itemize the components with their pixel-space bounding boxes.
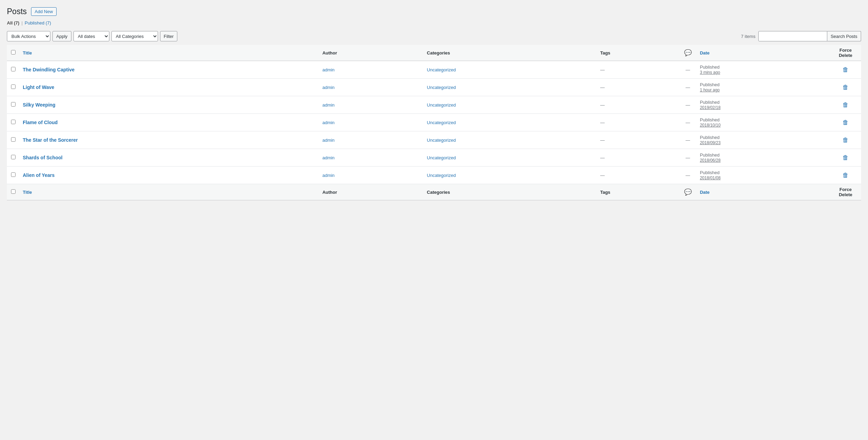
table-row: The Star of the Sorcerer admin Uncategor… bbox=[7, 131, 861, 149]
post-author-link-0[interactable]: admin bbox=[322, 67, 334, 72]
subsubsub: All (7) | Published (7) bbox=[7, 20, 861, 26]
row-checkbox-4[interactable] bbox=[11, 137, 16, 142]
row-date-cell: Published 2018/01/08 bbox=[697, 167, 830, 184]
row-comments-value-1: — bbox=[685, 85, 690, 90]
row-date-value-6: 2018/01/08 bbox=[700, 176, 721, 180]
col-footer-categories: Categories bbox=[423, 184, 596, 200]
post-author-link-6[interactable]: admin bbox=[322, 173, 334, 178]
post-category-link-4[interactable]: Uncategorized bbox=[427, 138, 456, 143]
trash-icon-6[interactable]: 🗑 bbox=[842, 172, 849, 179]
row-author-cell: admin bbox=[319, 167, 423, 184]
row-checkbox-2[interactable] bbox=[11, 102, 16, 107]
row-checkbox-3[interactable] bbox=[11, 120, 16, 124]
col-header-date[interactable]: Date bbox=[697, 45, 830, 61]
post-category-link-0[interactable]: Uncategorized bbox=[427, 67, 456, 72]
post-category-link-2[interactable]: Uncategorized bbox=[427, 102, 456, 108]
col-footer-title[interactable]: Title bbox=[19, 184, 319, 200]
post-title-link-2[interactable]: Silky Weeping bbox=[23, 102, 56, 108]
post-title-link-0[interactable]: The Dwindling Captive bbox=[23, 67, 75, 72]
post-author-link-2[interactable]: admin bbox=[322, 102, 334, 108]
post-title-link-4[interactable]: The Star of the Sorcerer bbox=[23, 137, 78, 143]
trash-icon-2[interactable]: 🗑 bbox=[842, 101, 849, 108]
row-comments-cell: — bbox=[679, 114, 697, 131]
row-date-cell: Published 2019/02/18 bbox=[697, 96, 830, 114]
row-categories-cell: Uncategorized bbox=[423, 167, 596, 184]
post-author-link-5[interactable]: admin bbox=[322, 155, 334, 160]
trash-icon-5[interactable]: 🗑 bbox=[842, 154, 849, 161]
row-title-cell: Light of Wave bbox=[19, 79, 319, 96]
search-area: Search Posts bbox=[758, 31, 861, 41]
row-categories-cell: Uncategorized bbox=[423, 79, 596, 96]
col-footer-author: Author bbox=[319, 184, 423, 200]
trash-icon-1[interactable]: 🗑 bbox=[842, 84, 849, 91]
trash-icon-4[interactable]: 🗑 bbox=[842, 137, 849, 143]
row-checkbox-5[interactable] bbox=[11, 155, 16, 159]
post-title-link-3[interactable]: Flame of Cloud bbox=[23, 120, 58, 125]
row-checkbox-0[interactable] bbox=[11, 67, 16, 71]
post-title-link-6[interactable]: Alien of Years bbox=[23, 172, 55, 178]
trash-icon-3[interactable]: 🗑 bbox=[842, 119, 849, 126]
row-date-value-0: 3 mins ago bbox=[700, 70, 720, 75]
row-comments-value-4: — bbox=[685, 138, 690, 143]
post-author-link-3[interactable]: admin bbox=[322, 120, 334, 125]
row-date-status-3: Published bbox=[700, 117, 720, 122]
row-author-cell: admin bbox=[319, 131, 423, 149]
row-comments-cell: — bbox=[679, 131, 697, 149]
search-posts-button[interactable]: Search Posts bbox=[827, 31, 861, 41]
col-header-tags: Tags bbox=[597, 45, 679, 61]
add-new-button[interactable]: Add New bbox=[31, 7, 57, 16]
top-toolbar: Bulk Actions Apply All dates All Categor… bbox=[7, 29, 861, 43]
post-author-link-1[interactable]: admin bbox=[322, 85, 334, 90]
categories-select[interactable]: All Categories bbox=[111, 31, 158, 41]
post-author-link-4[interactable]: admin bbox=[322, 138, 334, 143]
row-checkbox-cell bbox=[7, 149, 19, 167]
row-date-value-2: 2019/02/18 bbox=[700, 105, 721, 110]
filter-button[interactable]: Filter bbox=[160, 31, 178, 41]
row-categories-cell: Uncategorized bbox=[423, 149, 596, 167]
separator: | bbox=[21, 20, 22, 26]
row-checkbox-1[interactable] bbox=[11, 84, 16, 89]
col-header-force-delete: Force Delete bbox=[830, 45, 861, 61]
comment-icon-footer: 💬 bbox=[684, 189, 692, 196]
post-category-link-1[interactable]: Uncategorized bbox=[427, 85, 456, 90]
row-comments-cell: — bbox=[679, 79, 697, 96]
filter-all-link[interactable]: All (7) bbox=[7, 20, 19, 26]
post-category-link-6[interactable]: Uncategorized bbox=[427, 173, 456, 178]
table-row: Shards of School admin Uncategorized — —… bbox=[7, 149, 861, 167]
row-checkbox-cell bbox=[7, 131, 19, 149]
posts-table: Title Author Categories Tags 💬 Date Forc… bbox=[7, 45, 861, 200]
page-title: Posts bbox=[7, 7, 27, 16]
apply-button[interactable]: Apply bbox=[52, 31, 71, 41]
search-input[interactable] bbox=[758, 31, 827, 41]
bulk-actions-select[interactable]: Bulk Actions bbox=[7, 31, 50, 41]
post-category-link-3[interactable]: Uncategorized bbox=[427, 120, 456, 125]
col-footer-date[interactable]: Date bbox=[697, 184, 830, 200]
post-category-link-5[interactable]: Uncategorized bbox=[427, 155, 456, 160]
select-all-footer-checkbox[interactable] bbox=[11, 189, 16, 194]
post-title-link-5[interactable]: Shards of School bbox=[23, 155, 62, 160]
row-categories-cell: Uncategorized bbox=[423, 114, 596, 131]
row-checkbox-6[interactable] bbox=[11, 172, 16, 177]
col-header-title[interactable]: Title bbox=[19, 45, 319, 61]
row-tags-value-5: — bbox=[600, 155, 605, 160]
select-all-checkbox[interactable] bbox=[11, 50, 16, 54]
trash-icon-0[interactable]: 🗑 bbox=[842, 66, 849, 73]
row-date-status-2: Published bbox=[700, 100, 720, 105]
row-checkbox-cell bbox=[7, 167, 19, 184]
row-date-status-4: Published bbox=[700, 135, 720, 140]
table-header-row: Title Author Categories Tags 💬 Date Forc… bbox=[7, 45, 861, 61]
row-categories-cell: Uncategorized bbox=[423, 96, 596, 114]
row-title-cell: The Star of the Sorcerer bbox=[19, 131, 319, 149]
row-tags-cell: — bbox=[597, 149, 679, 167]
table-row: Light of Wave admin Uncategorized — — Pu… bbox=[7, 79, 861, 96]
row-date-status-1: Published bbox=[700, 82, 720, 87]
row-date-cell: Published 3 mins ago bbox=[697, 61, 830, 79]
row-date-cell: Published 2018/09/23 bbox=[697, 131, 830, 149]
filter-published-link[interactable]: Published (7) bbox=[25, 20, 51, 26]
row-comments-cell: — bbox=[679, 149, 697, 167]
row-date-cell: Published 2018/10/10 bbox=[697, 114, 830, 131]
row-force-delete-cell: 🗑 bbox=[830, 96, 861, 114]
dates-select[interactable]: All dates bbox=[73, 31, 109, 41]
post-title-link-1[interactable]: Light of Wave bbox=[23, 84, 54, 90]
row-tags-value-6: — bbox=[600, 173, 605, 178]
